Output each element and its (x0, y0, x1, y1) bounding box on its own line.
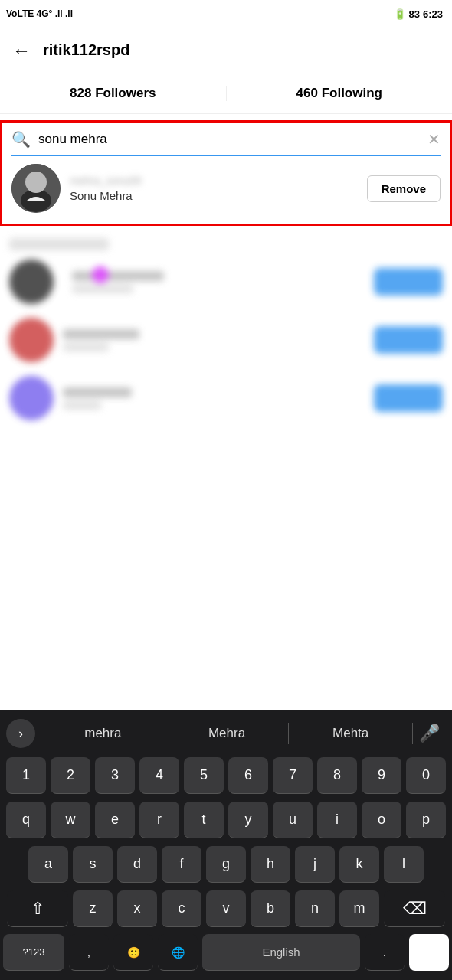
avatar (11, 164, 61, 213)
suggestion-word-1[interactable]: mehra (41, 723, 165, 744)
backspace-key[interactable]: ⌫ (384, 890, 445, 927)
key-1[interactable]: 1 (6, 757, 46, 794)
key-i[interactable]: i (317, 802, 357, 838)
key-t[interactable]: t (184, 802, 224, 838)
key-m[interactable]: m (339, 890, 379, 927)
key-5[interactable]: 5 (184, 757, 224, 794)
key-q[interactable]: q (6, 802, 46, 838)
follower-info (63, 387, 365, 410)
key-8[interactable]: 8 (317, 757, 357, 794)
key-d[interactable]: d (117, 846, 157, 883)
search-input-row: 🔍 ✕ (11, 130, 441, 156)
carrier-text: VoLTE 4G° .ll .ll (6, 8, 73, 19)
key-k[interactable]: k (339, 846, 379, 883)
page-title: ritik112rspd (43, 41, 129, 59)
key-e[interactable]: e (95, 802, 135, 838)
search-result-row: mehra_sonu09 Sonu Mehra Remove (11, 156, 441, 216)
follower-info (72, 271, 365, 293)
display-name: Sonu Mehra (70, 189, 358, 202)
key-f[interactable]: f (162, 846, 201, 883)
search-section: 🔍 ✕ mehra_sonu09 Sonu Mehra Remove (0, 120, 452, 226)
key-0[interactable]: 0 (406, 757, 446, 794)
space-key[interactable]: English (202, 934, 360, 971)
follower-info (63, 329, 365, 351)
followers-label: Followers (95, 86, 156, 100)
status-right: 🔋 83 6:23 (394, 8, 444, 20)
blurred-followers (0, 232, 452, 440)
bottom-row: ?123 , 🙂 🌐 English . (0, 931, 452, 977)
key-7[interactable]: 7 (273, 757, 313, 794)
key-n[interactable]: n (295, 890, 335, 927)
key-3[interactable]: 3 (95, 757, 135, 794)
follow-button (374, 268, 443, 296)
zxcv-row: ⇧ z x c v b n m ⌫ (0, 887, 452, 931)
following-label: Following (322, 86, 382, 100)
suggestion-word-2[interactable]: Mehra (165, 723, 290, 744)
notification-dot (92, 266, 109, 283)
key-j[interactable]: j (295, 846, 335, 883)
key-4[interactable]: 4 (139, 757, 179, 794)
search-icon: 🔍 (11, 130, 31, 149)
key-v[interactable]: v (206, 890, 246, 927)
asdf-row: a s d f g h j k l (0, 842, 452, 887)
key-g[interactable]: g (206, 846, 246, 883)
key-9[interactable]: 9 (362, 757, 401, 794)
follower-row (9, 376, 443, 420)
svg-point-2 (27, 172, 45, 190)
search-input[interactable] (38, 132, 420, 147)
key-s[interactable]: s (73, 846, 113, 883)
status-bar: VoLTE 4G° .ll .ll 🔋 83 6:23 (0, 0, 452, 28)
user-info: mehra_sonu09 Sonu Mehra (70, 175, 358, 202)
key-y[interactable]: y (228, 802, 268, 838)
key-l[interactable]: l (384, 846, 424, 883)
follower-avatar (9, 260, 54, 304)
key-p[interactable]: p (406, 802, 446, 838)
keyboard: › mehra Mehra Mehta 🎤 1 2 3 4 5 6 7 8 9 … (0, 710, 452, 980)
follower-row (9, 260, 443, 304)
period-key[interactable]: . (365, 934, 405, 971)
username-blurred: mehra_sonu09 (70, 175, 358, 187)
key-b[interactable]: b (251, 890, 290, 927)
key-h[interactable]: h (251, 846, 290, 883)
suggestions-row: › mehra Mehra Mehta 🎤 (0, 714, 452, 753)
section-title (9, 238, 109, 250)
key-r[interactable]: r (139, 802, 179, 838)
key-o[interactable]: o (362, 802, 401, 838)
number-row: 1 2 3 4 5 6 7 8 9 0 (0, 753, 452, 798)
stats-row: 828 Followers 460 Following (0, 74, 452, 114)
follow-button (374, 384, 443, 412)
emoji-key[interactable]: 🙂 (113, 934, 153, 971)
qwerty-row: q w e r t y u i o p (0, 798, 452, 842)
globe-key[interactable]: 🌐 (158, 934, 198, 971)
key-x[interactable]: x (117, 890, 157, 927)
enter-key[interactable] (409, 934, 449, 971)
followers-count: 828 (70, 86, 91, 100)
following-stat[interactable]: 460 Following (227, 86, 453, 101)
status-left: VoLTE 4G° .ll .ll (6, 8, 73, 19)
key-u[interactable]: u (273, 802, 313, 838)
time-display: 6:23 (423, 8, 443, 20)
follow-button (374, 326, 443, 354)
follower-avatar (9, 376, 54, 420)
key-w[interactable]: w (51, 802, 90, 838)
follower-avatar (9, 318, 54, 362)
key-c[interactable]: c (162, 890, 201, 927)
followers-stat[interactable]: 828 Followers (0, 86, 227, 101)
following-count: 460 (296, 86, 318, 100)
clear-icon[interactable]: ✕ (427, 130, 441, 149)
mic-icon[interactable]: 🎤 (413, 724, 446, 743)
key-z[interactable]: z (73, 890, 113, 927)
header: ← ritik112rspd (0, 28, 452, 74)
remove-button[interactable]: Remove (367, 175, 441, 202)
key-2[interactable]: 2 (51, 757, 90, 794)
back-button[interactable]: ← (12, 40, 31, 61)
key-a[interactable]: a (28, 846, 68, 883)
comma-key[interactable]: , (69, 934, 109, 971)
battery-level: 83 (409, 8, 420, 20)
key-6[interactable]: 6 (228, 757, 268, 794)
suggestions-expand[interactable]: › (6, 719, 35, 748)
suggestion-word-3[interactable]: Mehta (289, 723, 413, 744)
battery-icon: 🔋 (394, 8, 406, 20)
symbols-key[interactable]: ?123 (3, 934, 64, 971)
shift-key[interactable]: ⇧ (7, 890, 68, 927)
